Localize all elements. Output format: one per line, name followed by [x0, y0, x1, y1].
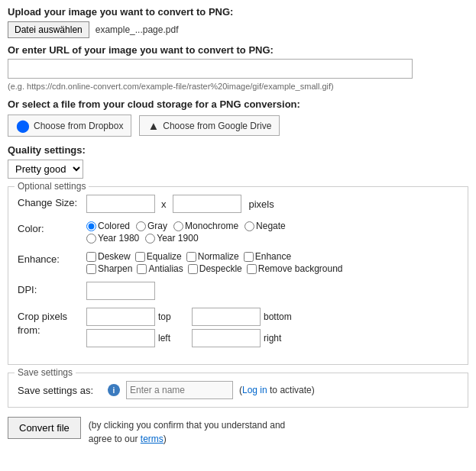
- confirm-end: ): [164, 434, 167, 444]
- enhance-despeckle-cb[interactable]: [188, 264, 198, 274]
- gdrive-label: Choose from Google Drive: [163, 121, 271, 131]
- enhance-deskew-cb[interactable]: [86, 252, 96, 262]
- size-label: Change Size:: [18, 195, 86, 208]
- color-row-1: Colored Gray Monochrome Negate: [86, 221, 290, 231]
- crop-bottom-label: bottom: [264, 311, 294, 322]
- save-settings-panel: Save settings Save settings as: i (Log i…: [8, 373, 468, 408]
- crop-right-input[interactable]: [192, 329, 261, 347]
- color-monochrome-radio[interactable]: [173, 221, 183, 231]
- crop-row: Crop pixels from: top bottom left right: [18, 308, 458, 347]
- crop-top-row: top bottom: [86, 308, 294, 326]
- confirm-line1: (by clicking you confirm that you unders…: [89, 420, 285, 431]
- enhance-enhance-cb[interactable]: [244, 252, 254, 262]
- size-row: Change Size: x pixels: [18, 195, 458, 213]
- url-section: Or enter URL of your image you want to c…: [8, 44, 468, 91]
- quality-label: Quality settings:: [8, 144, 468, 156]
- confirm-text: (by clicking you confirm that you unders…: [89, 417, 285, 446]
- color-gray[interactable]: Gray: [136, 221, 167, 231]
- enhance-enhance[interactable]: Enhance: [244, 251, 291, 262]
- cloud-section: Or select a file from your cloud storage…: [8, 98, 468, 137]
- login-link[interactable]: Log in: [242, 385, 267, 395]
- color-year1980-radio[interactable]: [86, 234, 96, 244]
- pixels-label: pixels: [249, 198, 274, 210]
- enhance-sharpen-cb[interactable]: [86, 264, 96, 274]
- confirm-line2: agree to our: [89, 434, 138, 444]
- color-row-2: Year 1980 Year 1900: [86, 233, 290, 244]
- crop-left-label: left: [158, 333, 189, 344]
- enhance-removebg[interactable]: Remove background: [247, 263, 343, 274]
- color-monochrome[interactable]: Monochrome: [173, 221, 238, 231]
- enhance-row-2: Sharpen Antialias Despeckle Remove backg…: [86, 263, 346, 274]
- enhance-normalize[interactable]: Normalize: [186, 251, 239, 262]
- save-row-label: Save settings as:: [18, 385, 102, 396]
- url-input[interactable]: [8, 59, 413, 79]
- cloud-title: Or select a file from your cloud storage…: [8, 98, 468, 110]
- enhance-removebg-cb[interactable]: [247, 264, 257, 274]
- optional-settings-panel: Optional settings Change Size: x pixels …: [8, 186, 468, 365]
- save-row: Save settings as: i (Log in to activate): [18, 381, 458, 399]
- convert-row: Convert file (by clicking you confirm th…: [8, 417, 468, 446]
- color-year1900[interactable]: Year 1900: [145, 233, 198, 244]
- optional-legend: Optional settings: [15, 181, 89, 192]
- enhance-row-1: Deskew Equalize Normalize Enhance: [86, 251, 346, 262]
- color-year1900-radio[interactable]: [145, 234, 155, 244]
- enhance-equalize[interactable]: Equalize: [135, 251, 182, 262]
- size-height-input[interactable]: [173, 195, 241, 213]
- crop-right-label: right: [264, 333, 294, 344]
- enhance-equalize-cb[interactable]: [135, 252, 145, 262]
- crop-top-label: top: [158, 311, 189, 322]
- color-negate[interactable]: Negate: [244, 221, 286, 231]
- quality-select[interactable]: Pretty good Very low Low Good Excellent …: [8, 160, 83, 179]
- save-legend: Save settings: [15, 367, 76, 378]
- url-example: (e.g. https://cdn.online-convert.com/exa…: [8, 82, 468, 91]
- url-title: Or enter URL of your image you want to c…: [8, 44, 468, 56]
- dpi-label: DPI:: [18, 282, 86, 295]
- upload-section: Upload your image you want to convert to…: [8, 6, 468, 38]
- dropbox-button[interactable]: ⬤ Choose from Dropbox: [8, 115, 131, 137]
- terms-link[interactable]: terms: [141, 434, 164, 444]
- size-x-label: x: [161, 198, 167, 210]
- size-width-input[interactable]: [86, 195, 155, 213]
- color-options-wrap: Colored Gray Monochrome Negate Year 1980: [86, 221, 290, 244]
- enhance-label: Enhance:: [18, 251, 86, 265]
- color-gray-radio[interactable]: [136, 221, 146, 231]
- login-text: (Log in to activate): [239, 385, 315, 395]
- convert-button[interactable]: Convert file: [8, 417, 81, 439]
- color-colored[interactable]: Colored: [86, 221, 130, 231]
- filename-display: example_...page.pdf: [96, 24, 179, 35]
- color-label: Color:: [18, 221, 86, 234]
- enhance-antialias[interactable]: Antialias: [137, 263, 183, 274]
- crop-bottom-input[interactable]: [192, 308, 261, 326]
- color-year1980[interactable]: Year 1980: [86, 233, 139, 244]
- upload-title: Upload your image you want to convert to…: [8, 6, 468, 18]
- file-choose-button[interactable]: Datei auswählen: [8, 21, 89, 38]
- color-colored-radio[interactable]: [86, 221, 96, 231]
- enhance-normalize-cb[interactable]: [186, 252, 196, 262]
- quality-section: Quality settings: Pretty good Very low L…: [8, 144, 468, 186]
- dropbox-icon: ⬤: [16, 118, 30, 133]
- save-name-input[interactable]: [126, 381, 233, 399]
- crop-label: Crop pixels from:: [18, 308, 86, 337]
- enhance-row: Enhance: Deskew Equalize Normalize Enhan…: [18, 251, 458, 274]
- crop-left-row: left right: [86, 329, 294, 347]
- crop-left-input[interactable]: [86, 329, 155, 347]
- info-icon: i: [108, 384, 120, 396]
- dpi-input[interactable]: [86, 282, 155, 300]
- gdrive-button[interactable]: ▲ Choose from Google Drive: [139, 115, 280, 136]
- enhance-antialias-cb[interactable]: [137, 264, 147, 274]
- color-row: Color: Colored Gray Monochrome Negate: [18, 221, 458, 244]
- enhance-sharpen[interactable]: Sharpen: [86, 263, 132, 274]
- dpi-row: DPI:: [18, 282, 458, 300]
- crop-top-input[interactable]: [86, 308, 155, 326]
- enhance-options-wrap: Deskew Equalize Normalize Enhance Sharpe…: [86, 251, 346, 274]
- color-negate-radio[interactable]: [244, 221, 254, 231]
- enhance-deskew[interactable]: Deskew: [86, 251, 131, 262]
- dropbox-label: Choose from Dropbox: [34, 121, 123, 131]
- gdrive-icon: ▲: [147, 119, 159, 132]
- enhance-despeckle[interactable]: Despeckle: [188, 263, 242, 274]
- crop-grid: top bottom left right: [86, 308, 294, 347]
